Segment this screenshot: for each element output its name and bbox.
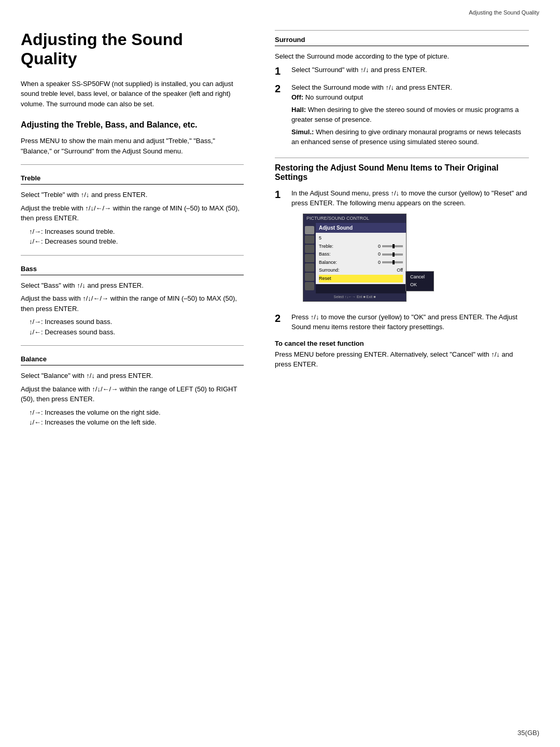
surround-step2-container: 2 Select the Surround mode with ↑/↓ and … bbox=[275, 82, 529, 149]
content-wrapper: Adjusting the Sound Quality When a speak… bbox=[0, 20, 560, 428]
cancel-text: Press MENU before pressing ENTER. Altern… bbox=[275, 349, 529, 370]
treble-slider-bar bbox=[382, 245, 403, 247]
menu-icon-7 bbox=[305, 282, 314, 290]
menu-icon-3 bbox=[305, 245, 314, 253]
menu-icons bbox=[303, 223, 316, 293]
menu-header-label: Adjust Sound bbox=[316, 223, 406, 233]
balance-heading: Balance bbox=[21, 355, 244, 365]
menu-surround-value: Off bbox=[397, 267, 403, 274]
menu-balance-slider: 0 bbox=[378, 259, 403, 266]
surround-intro: Select the Surround mode according to th… bbox=[275, 51, 529, 62]
balance-bullet1: ↑/→: Increases the volume on the right s… bbox=[21, 407, 244, 418]
treble-step1: Select "Treble" with ↑/↓ and press ENTER… bbox=[21, 190, 244, 200]
surround-hall: Hall: When desiring to give the stereo s… bbox=[291, 105, 529, 125]
bass-bullet1: ↑/→: Increases sound bass. bbox=[21, 317, 244, 327]
menu-row-bass: Bass: 0 bbox=[319, 250, 403, 259]
bass-divider bbox=[21, 255, 244, 256]
sub-intro-text: Press MENU to show the main menu and adj… bbox=[21, 136, 244, 156]
menu-surround-label: Surround: bbox=[319, 267, 340, 274]
restore-heading: Restoring the Adjust Sound Menu Items to… bbox=[275, 163, 529, 182]
treble-bullet2: ↓/←: Decreases sound treble. bbox=[21, 236, 244, 247]
balance-slider-bar bbox=[382, 261, 403, 263]
page-number: 35 bbox=[517, 729, 525, 737]
surround-simul-text: When desiring to give ordinary monaural … bbox=[291, 128, 521, 146]
popup-cancel: Cancel bbox=[410, 273, 429, 281]
menu-popup: Cancel OK bbox=[405, 271, 434, 291]
surround-off: Off: No surround output bbox=[291, 92, 529, 103]
surround-step2-main: Select the Surround mode with ↑/↓ and pr… bbox=[291, 82, 529, 93]
cancel-heading: To cancel the reset function bbox=[275, 340, 529, 347]
restore-divider bbox=[275, 158, 529, 158]
menu-row-balance: Balance: 0 bbox=[319, 259, 403, 267]
menu-treble-label: Treble: bbox=[319, 243, 333, 250]
menu-row-5: 5 bbox=[319, 234, 403, 243]
surround-step1-text: Select "Surround" with ↑/↓ and press ENT… bbox=[291, 65, 529, 75]
menu-content-area: 5 Treble: 0 bbox=[316, 233, 406, 284]
surround-simul: Simul.: When desiring to give ordinary m… bbox=[291, 127, 529, 147]
menu-icon-6 bbox=[305, 273, 314, 281]
menu-main-area: Adjust Sound 5 Treble: 0 bbox=[316, 223, 406, 293]
menu-body: Adjust Sound 5 Treble: 0 bbox=[303, 223, 406, 293]
menu-balance-value: 0 bbox=[378, 259, 381, 266]
bass-bullet2: ↓/←: Decreases sound bass. bbox=[21, 327, 244, 337]
menu-row-treble: Treble: 0 bbox=[319, 243, 403, 251]
surround-step1-number: 1 bbox=[275, 65, 286, 77]
treble-divider bbox=[21, 164, 244, 165]
restore-step1-text: In the Adjust Sound menu, press ↑/↓ to m… bbox=[291, 188, 529, 208]
surround-off-label: Off: bbox=[291, 93, 303, 101]
surround-simul-label: Simul.: bbox=[291, 128, 314, 136]
balance-divider bbox=[21, 345, 244, 346]
menu-row-surround: Surround: Off bbox=[319, 266, 403, 275]
balance-step2: Adjust the balance with ↑/↓/←/→ within t… bbox=[21, 384, 244, 404]
menu-footer: Select ↑↓←→ Ent ■ Exit ■ bbox=[303, 293, 406, 301]
menu-treble-slider: 0 bbox=[378, 243, 403, 250]
bass-slider-bar bbox=[382, 253, 403, 256]
menu-icon-2 bbox=[305, 235, 314, 244]
menu-icon-5 bbox=[305, 263, 314, 272]
surround-off-text: No surround output bbox=[305, 93, 363, 101]
menu-bass-value: 0 bbox=[378, 251, 381, 258]
surround-step1-container: 1 Select "Surround" with ↑/↓ and press E… bbox=[275, 65, 529, 77]
sub-heading: Adjusting the Treble, Bass, and Balance,… bbox=[21, 120, 244, 130]
treble-heading: Treble bbox=[21, 174, 244, 185]
main-title: Adjusting the Sound Quality bbox=[21, 30, 244, 68]
menu-treble-value: 0 bbox=[378, 243, 381, 250]
left-column: Adjusting the Sound Quality When a speak… bbox=[21, 20, 259, 428]
right-column: Surround Select the Surround mode accord… bbox=[259, 20, 529, 428]
balance-step1: Select "Balance" with ↑/↓ and press ENTE… bbox=[21, 371, 244, 381]
balance-bullet2: ↓/←: Increases the volume on the left si… bbox=[21, 417, 244, 428]
menu-icon-4 bbox=[305, 254, 314, 262]
restore-step1-number: 1 bbox=[275, 188, 286, 307]
menu-bass-label: Bass: bbox=[319, 251, 331, 258]
restore-step2-number: 2 bbox=[275, 312, 286, 332]
menu-title-bar: PICTURE/SOUND CONTROL bbox=[303, 214, 406, 223]
surround-heading: Surround bbox=[275, 36, 529, 46]
menu-reset-label: Reset bbox=[319, 275, 331, 283]
menu-row-reset: Reset Cancel OK bbox=[319, 275, 403, 283]
menu-row-5-label: 5 bbox=[319, 235, 321, 242]
menu-bass-slider: 0 bbox=[378, 251, 403, 258]
menu-balance-label: Balance: bbox=[319, 259, 337, 266]
page-header: Adjusting the Sound Quality bbox=[0, 0, 560, 20]
header-page-title: Adjusting the Sound Quality bbox=[469, 9, 539, 16]
treble-step2: Adjust the treble with ↑/↓/←/→ within th… bbox=[21, 203, 244, 223]
menu-icon-1 bbox=[305, 226, 314, 234]
bass-step2: Adjust the bass with ↑/↓/←/→ within the … bbox=[21, 293, 244, 314]
restore-step1-container: 1 In the Adjust Sound menu, press ↑/↓ to… bbox=[275, 188, 529, 307]
restore-step2-text: Press ↑/↓ to move the cursor (yellow) to… bbox=[291, 312, 529, 332]
menu-screenshot: PICTURE/SOUND CONTROL Adjust So bbox=[303, 214, 407, 302]
page-footer: 35(GB) bbox=[517, 729, 539, 737]
surround-divider-top bbox=[275, 30, 529, 31]
surround-step2-number: 2 bbox=[275, 82, 286, 149]
treble-bullet1: ↑/→: Increases sound treble. bbox=[21, 227, 244, 237]
intro-text: When a speaker SS-SP50FW (not supplied) … bbox=[21, 79, 244, 109]
surround-hall-label: Hall: bbox=[291, 106, 306, 114]
surround-hall-text: When desiring to give the stereo sound o… bbox=[291, 106, 519, 124]
bass-step1: Select "Bass" with ↑/↓ and press ENTER. bbox=[21, 280, 244, 291]
bass-heading: Bass bbox=[21, 265, 244, 275]
page-suffix: (GB) bbox=[525, 729, 539, 737]
popup-ok: OK bbox=[410, 281, 429, 289]
restore-step2-container: 2 Press ↑/↓ to move the cursor (yellow) … bbox=[275, 312, 529, 332]
